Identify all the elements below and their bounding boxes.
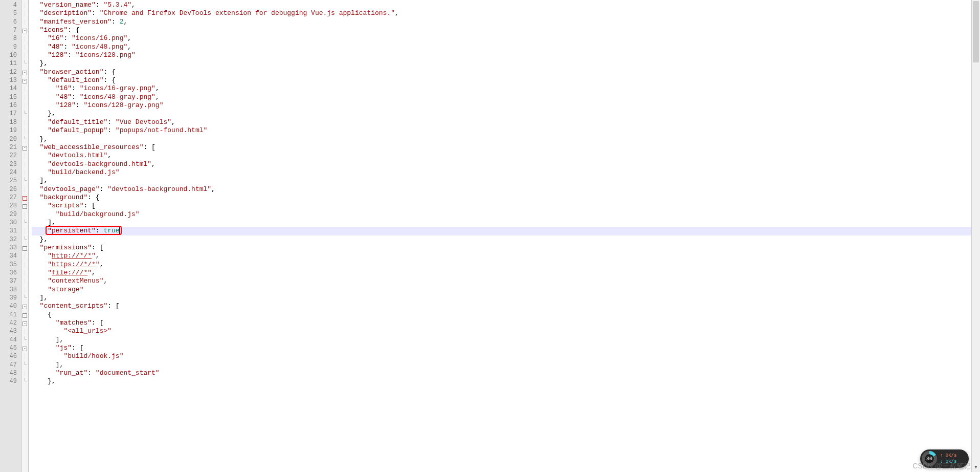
code-line[interactable]: "scripts": [ <box>32 202 980 210</box>
code-line[interactable]: "background": { <box>32 194 980 202</box>
scroll-down-arrow[interactable]: ▼ <box>972 463 980 472</box>
code-line[interactable]: "default_title": "Vue Devtools", <box>32 118 980 126</box>
fold-marker: └ <box>21 294 28 302</box>
code-line[interactable]: "16": "icons/16-gray.png", <box>32 84 980 93</box>
code-line[interactable]: ], <box>32 177 980 185</box>
watermark-text: CSDN @三叔笔记 <box>912 462 971 471</box>
line-number: 30 <box>0 219 21 227</box>
fold-marker: │ <box>21 252 28 260</box>
code-line[interactable]: "128": "icons/128.png" <box>32 51 980 59</box>
code-line[interactable]: }, <box>32 135 980 143</box>
code-line[interactable]: { <box>32 311 980 319</box>
code-line[interactable]: ], <box>32 219 980 227</box>
code-line[interactable]: "devtools-background.html", <box>32 160 980 168</box>
code-line[interactable]: "48": "icons/48-gray.png", <box>32 93 980 101</box>
fold-marker[interactable]: - <box>21 302 28 310</box>
line-number: 4 <box>0 1 21 9</box>
line-number: 21 <box>0 143 21 152</box>
fold-marker[interactable]: - <box>21 311 28 319</box>
code-line[interactable]: }, <box>32 235 980 244</box>
code-line[interactable]: "persistent": true <box>32 227 980 235</box>
code-line[interactable]: "run_at": "document_start" <box>32 369 980 377</box>
line-number: 34 <box>0 252 21 260</box>
code-line[interactable]: "web_accessible_resources": [ <box>32 143 980 152</box>
fold-marker: │ <box>21 9 28 17</box>
code-line[interactable]: "version_name": "5.3.4", <box>32 1 980 9</box>
code-line[interactable]: ], <box>32 361 980 369</box>
code-line[interactable]: "build/backend.js" <box>32 168 980 177</box>
line-number: 28 <box>0 202 21 210</box>
code-line[interactable]: "matches": [ <box>32 319 980 327</box>
line-number: 26 <box>0 185 21 194</box>
line-number: 44 <box>0 336 21 344</box>
line-number: 29 <box>0 210 21 219</box>
code-area[interactable]: "version_name": "5.3.4", "description": … <box>29 0 980 472</box>
code-line[interactable]: "js": [ <box>32 344 980 352</box>
fold-marker[interactable]: - <box>21 76 28 84</box>
fold-marker[interactable]: - <box>21 244 28 252</box>
fold-marker[interactable]: - <box>21 194 28 202</box>
fold-marker: └ <box>21 110 28 118</box>
fold-column[interactable]: │││-│││└--│││└││└-│││└│--│└│└-│││││└---│… <box>21 0 29 472</box>
line-number: 36 <box>0 269 21 277</box>
fold-marker: └ <box>21 177 28 185</box>
code-line[interactable]: "storage" <box>32 286 980 294</box>
code-line[interactable]: "default_popup": "popups/not-found.html" <box>32 126 980 135</box>
code-line[interactable]: "16": "icons/16.png", <box>32 34 980 42</box>
code-line[interactable]: "permissions": [ <box>32 244 980 252</box>
line-number: 25 <box>0 177 21 185</box>
code-line[interactable]: }, <box>32 59 980 68</box>
code-line[interactable]: "<all_urls>" <box>32 327 980 335</box>
code-line[interactable]: "default_icon": { <box>32 76 980 84</box>
line-number: 11 <box>0 59 21 68</box>
code-line[interactable]: "http://*/*", <box>32 252 980 260</box>
fold-marker[interactable]: - <box>21 202 28 210</box>
code-line[interactable]: ], <box>32 336 980 344</box>
code-line[interactable]: "browser_action": { <box>32 68 980 76</box>
code-line[interactable]: "contextMenus", <box>32 277 980 285</box>
code-line[interactable]: "icons": { <box>32 26 980 34</box>
code-line[interactable]: "128": "icons/128-gray.png" <box>32 101 980 110</box>
fold-marker[interactable]: - <box>21 26 28 34</box>
scroll-thumb[interactable] <box>973 1 979 62</box>
line-number: 7 <box>0 26 21 34</box>
code-line[interactable]: "https://*/*", <box>32 261 980 269</box>
line-number: 13 <box>0 76 21 84</box>
code-line[interactable]: "build/background.js" <box>32 210 980 219</box>
code-editor[interactable]: 4567891011121314151617181920212223242526… <box>0 0 980 472</box>
code-line[interactable]: "build/hook.js" <box>32 352 980 360</box>
vertical-scrollbar[interactable]: ▲ ▼ <box>971 0 980 472</box>
fold-marker[interactable]: - <box>21 344 28 352</box>
line-number: 18 <box>0 118 21 126</box>
line-number: 32 <box>0 235 21 244</box>
fold-marker[interactable]: - <box>21 68 28 76</box>
code-line[interactable]: "description": "Chrome and Firefox DevTo… <box>32 9 980 17</box>
line-number: 45 <box>0 344 21 352</box>
code-line[interactable]: "manifest_version": 2, <box>32 18 980 26</box>
code-line[interactable]: }, <box>32 377 980 385</box>
line-number: 37 <box>0 277 21 285</box>
fold-marker: │ <box>21 185 28 194</box>
code-line[interactable]: "devtools_page": "devtools-background.ht… <box>32 185 980 194</box>
fold-marker: │ <box>21 160 28 168</box>
code-line[interactable]: }, <box>32 110 980 118</box>
line-number: 43 <box>0 327 21 335</box>
code-line[interactable]: "file:///*", <box>32 269 980 277</box>
fold-marker: │ <box>21 84 28 93</box>
fold-marker: └ <box>21 59 28 68</box>
fold-marker: │ <box>21 126 28 135</box>
fold-marker: │ <box>21 286 28 294</box>
fold-marker: │ <box>21 210 28 219</box>
line-number: 41 <box>0 311 21 319</box>
fold-marker[interactable]: - <box>21 143 28 152</box>
code-line[interactable]: ], <box>32 294 980 302</box>
fold-marker[interactable]: - <box>21 319 28 327</box>
code-line[interactable]: "content_scripts": [ <box>32 302 980 310</box>
line-number: 17 <box>0 110 21 118</box>
code-line[interactable]: "48": "icons/48.png", <box>32 43 980 51</box>
line-number: 23 <box>0 160 21 168</box>
line-number: 15 <box>0 93 21 101</box>
line-number: 31 <box>0 227 21 235</box>
fold-marker: │ <box>21 118 28 126</box>
code-line[interactable]: "devtools.html", <box>32 152 980 160</box>
